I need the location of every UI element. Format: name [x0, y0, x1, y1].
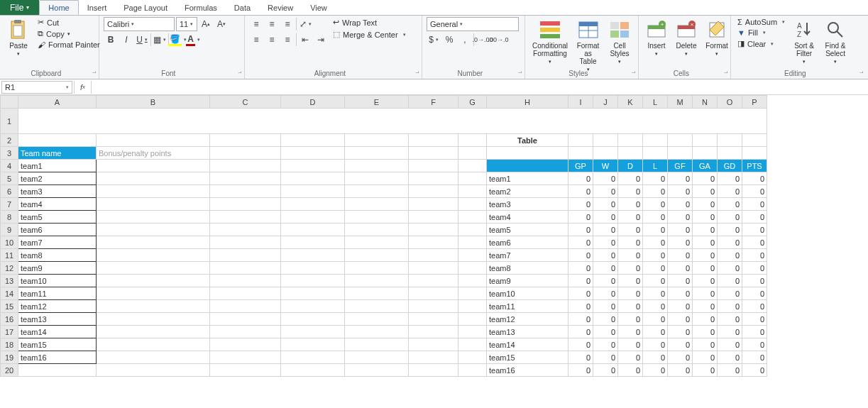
- increase-font-button[interactable]: A▴: [199, 17, 213, 31]
- cell[interactable]: [18, 134, 97, 147]
- cell[interactable]: 0: [693, 211, 718, 224]
- cell[interactable]: 0: [742, 275, 767, 287]
- format-as-table-button[interactable]: Format as Table▾: [573, 17, 603, 68]
- underline-button[interactable]: U: [135, 33, 149, 47]
- cell[interactable]: [593, 134, 618, 147]
- cell[interactable]: [458, 313, 487, 326]
- cell[interactable]: [409, 287, 458, 300]
- cell[interactable]: team14: [487, 338, 568, 351]
- cell[interactable]: [210, 211, 281, 224]
- cell[interactable]: [618, 147, 643, 160]
- cell[interactable]: 0: [742, 236, 767, 249]
- italic-button[interactable]: I: [119, 33, 133, 47]
- cell[interactable]: 0: [643, 185, 668, 198]
- align-bottom-button[interactable]: ≡: [280, 17, 295, 31]
- cell[interactable]: [281, 211, 345, 224]
- cell[interactable]: 0: [693, 224, 718, 236]
- cell[interactable]: [97, 338, 210, 351]
- cut-button[interactable]: ✂Cut: [35, 17, 102, 28]
- cell[interactable]: 0: [643, 338, 668, 351]
- cell[interactable]: [345, 262, 409, 275]
- cell[interactable]: 0: [618, 249, 643, 262]
- cell[interactable]: [345, 172, 409, 185]
- cell[interactable]: [97, 249, 210, 262]
- col-header-D[interactable]: D: [281, 96, 345, 109]
- cell[interactable]: 0: [568, 326, 593, 338]
- cell[interactable]: [281, 262, 345, 275]
- cell[interactable]: 0: [618, 326, 643, 338]
- cell[interactable]: 0: [718, 236, 742, 249]
- tab-file[interactable]: File: [0, 0, 39, 15]
- cell[interactable]: team6: [18, 224, 97, 236]
- cell[interactable]: 0: [718, 198, 742, 211]
- cell[interactable]: 0: [643, 198, 668, 211]
- cell[interactable]: [97, 236, 210, 249]
- cell[interactable]: [210, 198, 281, 211]
- cell[interactable]: [643, 147, 668, 160]
- cell[interactable]: 0: [718, 224, 742, 236]
- cell[interactable]: [345, 160, 409, 172]
- cell[interactable]: 0: [742, 287, 767, 300]
- cell[interactable]: [742, 147, 767, 160]
- cell[interactable]: [210, 364, 281, 377]
- cell[interactable]: [409, 249, 458, 262]
- col-header-G[interactable]: G: [458, 96, 487, 109]
- cell[interactable]: 0: [618, 313, 643, 326]
- col-header-L[interactable]: L: [643, 96, 668, 109]
- cell[interactable]: 0: [593, 287, 618, 300]
- cell[interactable]: [345, 134, 409, 147]
- align-center-button[interactable]: ≡: [265, 33, 279, 47]
- cell[interactable]: 0: [643, 236, 668, 249]
- cell[interactable]: [668, 134, 693, 147]
- cell[interactable]: 0: [593, 236, 618, 249]
- cell[interactable]: Table: [487, 134, 568, 147]
- cell[interactable]: [487, 147, 568, 160]
- cell[interactable]: 0: [693, 198, 718, 211]
- decrease-indent-button[interactable]: ⇤: [298, 33, 312, 47]
- font-name-select[interactable]: Calibri: [104, 17, 175, 31]
- cell[interactable]: 0: [643, 172, 668, 185]
- cell[interactable]: [210, 172, 281, 185]
- cell[interactable]: 0: [693, 262, 718, 275]
- cell[interactable]: [210, 351, 281, 364]
- cell[interactable]: [281, 300, 345, 313]
- cell[interactable]: team9: [487, 275, 568, 287]
- cell[interactable]: [281, 287, 345, 300]
- row-header[interactable]: 17: [1, 326, 18, 338]
- cell[interactable]: 0: [718, 351, 742, 364]
- col-header-C[interactable]: C: [210, 96, 281, 109]
- cell[interactable]: team3: [18, 185, 97, 198]
- cell[interactable]: [97, 134, 210, 147]
- cell[interactable]: 0: [618, 224, 643, 236]
- font-color-button[interactable]: A: [186, 33, 200, 47]
- cell[interactable]: 0: [643, 287, 668, 300]
- cell[interactable]: [210, 287, 281, 300]
- cell[interactable]: [97, 198, 210, 211]
- clear-button[interactable]: ◨Clear: [735, 38, 787, 49]
- row-header[interactable]: 5: [1, 172, 18, 185]
- cell[interactable]: 0: [643, 364, 668, 377]
- cell[interactable]: GD: [718, 160, 742, 172]
- cell[interactable]: 0: [718, 300, 742, 313]
- col-header-K[interactable]: K: [618, 96, 643, 109]
- cell[interactable]: [458, 134, 487, 147]
- cell[interactable]: 0: [593, 198, 618, 211]
- cell[interactable]: team14: [18, 326, 97, 338]
- cell[interactable]: 0: [693, 287, 718, 300]
- cell[interactable]: 0: [693, 300, 718, 313]
- cell[interactable]: 0: [742, 300, 767, 313]
- cell[interactable]: team1: [487, 172, 568, 185]
- cell[interactable]: [345, 211, 409, 224]
- cell[interactable]: [668, 147, 693, 160]
- row-header[interactable]: 9: [1, 224, 18, 236]
- cell[interactable]: 0: [693, 338, 718, 351]
- cell[interactable]: [97, 211, 210, 224]
- cell[interactable]: 0: [593, 172, 618, 185]
- insert-cells-button[interactable]: + Insert▾: [643, 17, 670, 68]
- cell[interactable]: 0: [742, 351, 767, 364]
- cell[interactable]: 0: [593, 211, 618, 224]
- cell[interactable]: [568, 147, 593, 160]
- cell[interactable]: 0: [742, 364, 767, 377]
- cell[interactable]: [18, 364, 97, 377]
- cell[interactable]: [409, 326, 458, 338]
